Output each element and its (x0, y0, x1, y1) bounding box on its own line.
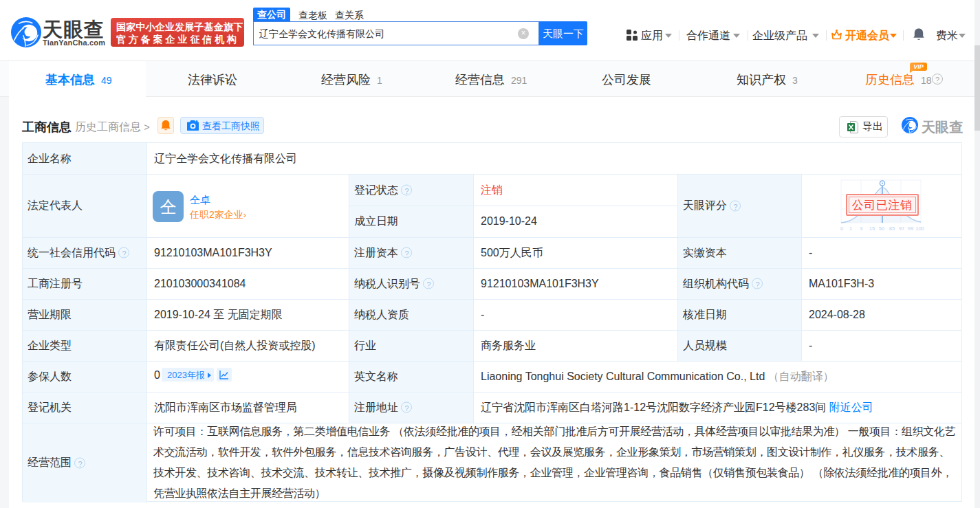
svg-text:99: 99 (908, 225, 913, 232)
svg-text:50: 50 (879, 225, 884, 232)
svg-text:100: 100 (915, 225, 924, 232)
svg-text:15: 15 (869, 225, 875, 232)
svg-text:1: 1 (849, 225, 852, 232)
svg-text:97: 97 (899, 225, 904, 232)
svg-text:3: 3 (860, 225, 862, 232)
svg-text:0: 0 (840, 225, 843, 232)
svg-text:85: 85 (889, 225, 895, 232)
